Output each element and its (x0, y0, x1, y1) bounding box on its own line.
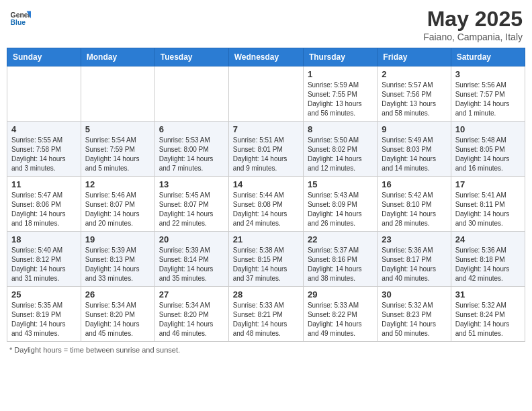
col-header-monday: Monday (81, 48, 154, 66)
day-info: Sunrise: 5:57 AM Sunset: 7:56 PM Dayligh… (382, 81, 446, 118)
logo-icon: General Blue (9, 7, 31, 28)
day-number: 31 (455, 289, 521, 300)
day-number: 1 (308, 69, 373, 79)
week-row-3: 11Sunrise: 5:47 AM Sunset: 8:06 PM Dayli… (7, 177, 525, 232)
day-number: 20 (159, 234, 224, 244)
day-info: Sunrise: 5:36 AM Sunset: 8:18 PM Dayligh… (455, 246, 521, 283)
day-cell: 26Sunrise: 5:34 AM Sunset: 8:20 PM Dayli… (81, 287, 154, 342)
day-cell: 5Sunrise: 5:54 AM Sunset: 7:59 PM Daylig… (81, 122, 154, 177)
col-header-thursday: Thursday (303, 48, 377, 66)
day-number: 16 (382, 179, 446, 189)
day-info: Sunrise: 5:37 AM Sunset: 8:16 PM Dayligh… (308, 246, 373, 283)
day-number: 24 (455, 234, 521, 244)
day-number: 7 (233, 124, 299, 134)
calendar-table: SundayMondayTuesdayWednesdayThursdayFrid… (7, 48, 525, 342)
day-info: Sunrise: 5:50 AM Sunset: 8:02 PM Dayligh… (308, 136, 373, 173)
day-info: Sunrise: 5:36 AM Sunset: 8:17 PM Dayligh… (382, 246, 446, 283)
day-number: 21 (233, 234, 299, 244)
day-number: 15 (308, 179, 373, 189)
day-number: 14 (233, 179, 299, 189)
week-row-4: 18Sunrise: 5:40 AM Sunset: 8:12 PM Dayli… (7, 232, 525, 287)
day-number: 17 (455, 179, 521, 189)
day-info: Sunrise: 5:55 AM Sunset: 7:58 PM Dayligh… (11, 136, 77, 173)
day-number: 4 (11, 124, 77, 134)
day-number: 18 (11, 234, 77, 244)
day-number: 13 (159, 179, 224, 189)
location: Faiano, Campania, Italy (423, 32, 523, 42)
day-number: 9 (382, 124, 446, 134)
month-title: May 2025 (423, 7, 523, 32)
day-cell: 11Sunrise: 5:47 AM Sunset: 8:06 PM Dayli… (7, 177, 81, 232)
page-header: General Blue May 2025 Faiano, Campania, … (7, 7, 525, 42)
day-number: 26 (85, 289, 150, 300)
day-info: Sunrise: 5:38 AM Sunset: 8:15 PM Dayligh… (233, 246, 299, 283)
day-info: Sunrise: 5:39 AM Sunset: 8:14 PM Dayligh… (159, 246, 224, 283)
day-cell: 13Sunrise: 5:45 AM Sunset: 8:07 PM Dayli… (154, 177, 228, 232)
day-cell: 10Sunrise: 5:48 AM Sunset: 8:05 PM Dayli… (451, 122, 525, 177)
week-row-1: 1Sunrise: 5:59 AM Sunset: 7:55 PM Daylig… (7, 66, 525, 122)
day-info: Sunrise: 5:32 AM Sunset: 8:24 PM Dayligh… (455, 301, 521, 338)
day-cell: 7Sunrise: 5:51 AM Sunset: 8:01 PM Daylig… (228, 122, 303, 177)
day-cell: 21Sunrise: 5:38 AM Sunset: 8:15 PM Dayli… (228, 232, 303, 287)
day-info: Sunrise: 5:46 AM Sunset: 8:07 PM Dayligh… (85, 191, 150, 228)
day-cell: 15Sunrise: 5:43 AM Sunset: 8:09 PM Dayli… (303, 177, 377, 232)
day-info: Sunrise: 5:32 AM Sunset: 8:23 PM Dayligh… (382, 301, 446, 338)
day-cell: 24Sunrise: 5:36 AM Sunset: 8:18 PM Dayli… (451, 232, 525, 287)
day-cell (81, 66, 154, 122)
day-number: 8 (308, 124, 373, 134)
day-info: Sunrise: 5:56 AM Sunset: 7:57 PM Dayligh… (455, 81, 521, 118)
day-info: Sunrise: 5:48 AM Sunset: 8:05 PM Dayligh… (455, 136, 521, 173)
day-number: 19 (85, 234, 150, 244)
col-header-wednesday: Wednesday (228, 48, 303, 66)
day-number: 12 (85, 179, 150, 189)
day-info: Sunrise: 5:33 AM Sunset: 8:22 PM Dayligh… (308, 301, 373, 338)
day-cell: 25Sunrise: 5:35 AM Sunset: 8:19 PM Dayli… (7, 287, 81, 342)
day-info: Sunrise: 5:47 AM Sunset: 8:06 PM Dayligh… (11, 191, 77, 228)
day-number: 11 (11, 179, 77, 189)
day-cell: 30Sunrise: 5:32 AM Sunset: 8:23 PM Dayli… (378, 287, 451, 342)
day-info: Sunrise: 5:40 AM Sunset: 8:12 PM Dayligh… (11, 246, 77, 283)
day-cell: 4Sunrise: 5:55 AM Sunset: 7:58 PM Daylig… (7, 122, 81, 177)
day-info: Sunrise: 5:39 AM Sunset: 8:13 PM Dayligh… (85, 246, 150, 283)
day-cell (7, 66, 81, 122)
day-info: Sunrise: 5:42 AM Sunset: 8:10 PM Dayligh… (382, 191, 446, 228)
day-info: Sunrise: 5:45 AM Sunset: 8:07 PM Dayligh… (159, 191, 224, 228)
day-info: Sunrise: 5:44 AM Sunset: 8:08 PM Dayligh… (233, 191, 299, 228)
day-number: 22 (308, 234, 373, 244)
day-cell: 28Sunrise: 5:33 AM Sunset: 8:21 PM Dayli… (228, 287, 303, 342)
title-block: May 2025 Faiano, Campania, Italy (423, 7, 523, 42)
day-cell: 9Sunrise: 5:49 AM Sunset: 8:03 PM Daylig… (378, 122, 451, 177)
day-info: Sunrise: 5:34 AM Sunset: 8:20 PM Dayligh… (159, 301, 224, 338)
day-info: Sunrise: 5:49 AM Sunset: 8:03 PM Dayligh… (382, 136, 446, 173)
day-number: 28 (233, 289, 299, 300)
day-cell: 16Sunrise: 5:42 AM Sunset: 8:10 PM Dayli… (378, 177, 451, 232)
day-number: 10 (455, 124, 521, 134)
day-cell: 20Sunrise: 5:39 AM Sunset: 8:14 PM Dayli… (154, 232, 228, 287)
col-header-friday: Friday (378, 48, 451, 66)
day-info: Sunrise: 5:35 AM Sunset: 8:19 PM Dayligh… (11, 301, 77, 338)
day-number: 23 (382, 234, 446, 244)
col-header-sunday: Sunday (7, 48, 81, 66)
day-cell: 29Sunrise: 5:33 AM Sunset: 8:22 PM Dayli… (303, 287, 377, 342)
day-number: 2 (382, 69, 446, 79)
day-cell (154, 66, 228, 122)
logo: General Blue (9, 7, 31, 28)
day-info: Sunrise: 5:54 AM Sunset: 7:59 PM Dayligh… (85, 136, 150, 173)
day-cell: 1Sunrise: 5:59 AM Sunset: 7:55 PM Daylig… (303, 66, 377, 122)
day-cell: 17Sunrise: 5:41 AM Sunset: 8:11 PM Dayli… (451, 177, 525, 232)
week-row-5: 25Sunrise: 5:35 AM Sunset: 8:19 PM Dayli… (7, 287, 525, 342)
day-info: Sunrise: 5:34 AM Sunset: 8:20 PM Dayligh… (85, 301, 150, 338)
day-number: 30 (382, 289, 446, 300)
day-info: Sunrise: 5:43 AM Sunset: 8:09 PM Dayligh… (308, 191, 373, 228)
day-cell: 14Sunrise: 5:44 AM Sunset: 8:08 PM Dayli… (228, 177, 303, 232)
day-info: Sunrise: 5:33 AM Sunset: 8:21 PM Dayligh… (233, 301, 299, 338)
col-header-saturday: Saturday (451, 48, 525, 66)
day-info: Sunrise: 5:59 AM Sunset: 7:55 PM Dayligh… (308, 81, 373, 118)
calendar-header-row: SundayMondayTuesdayWednesdayThursdayFrid… (7, 48, 525, 66)
day-info: Sunrise: 5:41 AM Sunset: 8:11 PM Dayligh… (455, 191, 521, 228)
day-number: 6 (159, 124, 224, 134)
day-cell: 18Sunrise: 5:40 AM Sunset: 8:12 PM Dayli… (7, 232, 81, 287)
footer-note: * Daylight hours = time between sunrise … (7, 346, 525, 354)
day-cell: 23Sunrise: 5:36 AM Sunset: 8:17 PM Dayli… (378, 232, 451, 287)
day-info: Sunrise: 5:51 AM Sunset: 8:01 PM Dayligh… (233, 136, 299, 173)
